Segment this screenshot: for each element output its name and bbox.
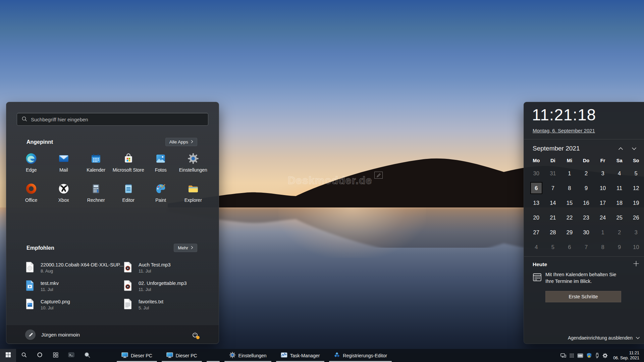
taskbar-app-dieser-pc[interactable]: Dieser PC: [161, 349, 203, 362]
app-label: Office: [25, 197, 37, 203]
taskbar-app-registrierungs-editor[interactable]: Registrierungs-Editor: [328, 349, 393, 362]
date-link[interactable]: Montag, 6. September 2021: [533, 128, 595, 133]
usb-device-icon[interactable]: [595, 353, 599, 358]
recommended-item[interactable]: test.mkv11. Jul: [25, 277, 123, 295]
calendar-day[interactable]: 2: [578, 166, 595, 181]
pinned-app-office[interactable]: Office: [15, 181, 48, 212]
calendar-day[interactable]: 3: [594, 166, 611, 181]
calendar-day[interactable]: 26: [628, 210, 644, 225]
calendar-day[interactable]: 8: [594, 240, 611, 254]
calendar-day[interactable]: 4: [528, 240, 545, 254]
calendar-day[interactable]: 31: [545, 166, 561, 181]
day-number: 30: [533, 170, 539, 177]
pinned-app-editor[interactable]: Editor: [112, 181, 145, 212]
taskbar-cortana-button[interactable]: [32, 349, 48, 362]
recommended-item[interactable]: Auch Test.mp311. Jul: [123, 258, 208, 277]
weekday-label: Do: [578, 158, 595, 163]
all-apps-button[interactable]: Alle Apps: [165, 138, 197, 146]
vmware-tools-icon[interactable]: vm: [577, 353, 583, 358]
taskbar-app-task-manager[interactable]: Task-Manager: [275, 349, 326, 362]
power-button[interactable]: [190, 330, 200, 340]
touch-keyboard-icon[interactable]: [569, 353, 574, 358]
tray-clock[interactable]: 11:21 06. Sep. 2021: [613, 351, 639, 361]
calendar-day[interactable]: 30: [528, 166, 545, 181]
calendar-day[interactable]: 10: [628, 240, 644, 254]
recommended-item[interactable]: Capture0.png10. Jul: [25, 295, 123, 314]
taskbar-task-view-button[interactable]: [48, 349, 63, 362]
pinned-app-xbox[interactable]: Xbox: [48, 181, 80, 212]
calendar-day[interactable]: 7: [578, 240, 595, 254]
calendar-prev-button[interactable]: [614, 144, 627, 153]
day-number: 21: [550, 215, 556, 221]
calendar-day[interactable]: 10: [594, 181, 611, 195]
calendar-day[interactable]: 18: [611, 195, 628, 210]
pinned-app-kalender[interactable]: Kalender: [80, 151, 112, 181]
more-button[interactable]: Mehr: [174, 244, 197, 252]
taskbar-search-button[interactable]: [16, 349, 32, 362]
recommended-item[interactable]: favorites.txt5. Jul: [123, 295, 208, 314]
pinned-app-explorer[interactable]: Explorer: [177, 181, 210, 212]
taskbar-magnifier-button[interactable]: [79, 349, 95, 362]
day-number: 30: [583, 229, 589, 236]
calendar-day[interactable]: 29: [561, 225, 578, 240]
calendar-day[interactable]: 5: [628, 166, 644, 181]
search-input[interactable]: [31, 117, 204, 122]
taskbar-app-einstellungen[interactable]: Einstellungen: [223, 349, 272, 362]
taskbar-start-button[interactable]: [0, 349, 16, 362]
security-shield-icon[interactable]: [586, 353, 592, 358]
agenda-footer-toggle[interactable]: Agendaeinrichtung ausblenden: [568, 335, 640, 341]
taskbar-edge-button[interactable]: [95, 349, 111, 362]
calendar-day[interactable]: 28: [545, 225, 561, 240]
calendar-day[interactable]: 30: [578, 225, 595, 240]
calendar-day[interactable]: 6: [561, 240, 578, 254]
calendar-day[interactable]: 2: [611, 225, 628, 240]
calendar-day[interactable]: 24: [594, 210, 611, 225]
search-box[interactable]: [17, 113, 208, 126]
calendar-day[interactable]: 13: [528, 195, 545, 210]
calendar-day[interactable]: 5: [545, 240, 561, 254]
calendar-day[interactable]: 1: [561, 166, 578, 181]
calendar-day[interactable]: 20: [528, 210, 545, 225]
calendar-day[interactable]: 9: [611, 240, 628, 254]
calendar-day[interactable]: 17: [594, 195, 611, 210]
calendar-day[interactable]: 19: [628, 195, 644, 210]
pinned-app-mail[interactable]: Mail: [48, 151, 80, 181]
calendar-next-button[interactable]: [627, 144, 641, 153]
calendar-day[interactable]: 4: [611, 166, 628, 181]
calendar-day[interactable]: 22: [561, 210, 578, 225]
pinned-app-microsoft-store[interactable]: Microsoft Store: [112, 151, 145, 181]
pinned-app-edge[interactable]: Edge: [15, 151, 48, 181]
avatar[interactable]: [25, 329, 36, 340]
recommended-item[interactable]: 22000.120.Cobalt-X64-DE-XXL-SUP...8. Aug: [25, 258, 123, 277]
network-icon[interactable]: [560, 353, 566, 358]
calendar-day[interactable]: 15: [561, 195, 578, 210]
calendar-day[interactable]: 21: [545, 210, 561, 225]
calendar-day[interactable]: 25: [611, 210, 628, 225]
calendar-day[interactable]: 1: [594, 225, 611, 240]
pinned-app-rechner[interactable]: Rechner: [80, 181, 112, 212]
pinned-app-einstellungen[interactable]: Einstellungen: [177, 151, 210, 181]
calendar-day-today[interactable]: 6: [528, 181, 545, 195]
pinned-app-paint[interactable]: Paint: [145, 181, 177, 212]
taskbar-app-dieser-pc[interactable]: Dieser PC: [116, 349, 158, 362]
calendar-day[interactable]: 8: [561, 181, 578, 195]
calendar-day[interactable]: 14: [545, 195, 561, 210]
calendar-day[interactable]: 9: [578, 181, 595, 195]
add-event-button[interactable]: [633, 260, 639, 268]
pinned-app-fotos[interactable]: Fotos: [145, 151, 177, 181]
calendar-day[interactable]: 27: [528, 225, 545, 240]
taskbar-terminal-button[interactable]: [63, 349, 79, 362]
calendar-day[interactable]: 23: [578, 210, 595, 225]
get-started-button[interactable]: Erste Schritte: [545, 291, 621, 302]
taskbar-app-store[interactable]: [206, 349, 221, 362]
calendar-day[interactable]: 16: [578, 195, 595, 210]
settings-tray-icon[interactable]: [602, 353, 608, 358]
calendar-day[interactable]: 7: [545, 181, 561, 195]
calendar-day[interactable]: 12: [628, 181, 644, 195]
calendar-day[interactable]: 3: [628, 225, 644, 240]
calendar-day[interactable]: 11: [611, 181, 628, 195]
recommended-item[interactable]: 02. Unforgettable.mp311. Jul: [123, 277, 208, 295]
user-name[interactable]: Jürgen moinmoin: [41, 332, 80, 338]
day-number: 2: [585, 170, 588, 177]
recommended-item-text: test.mkv11. Jul: [41, 280, 59, 292]
